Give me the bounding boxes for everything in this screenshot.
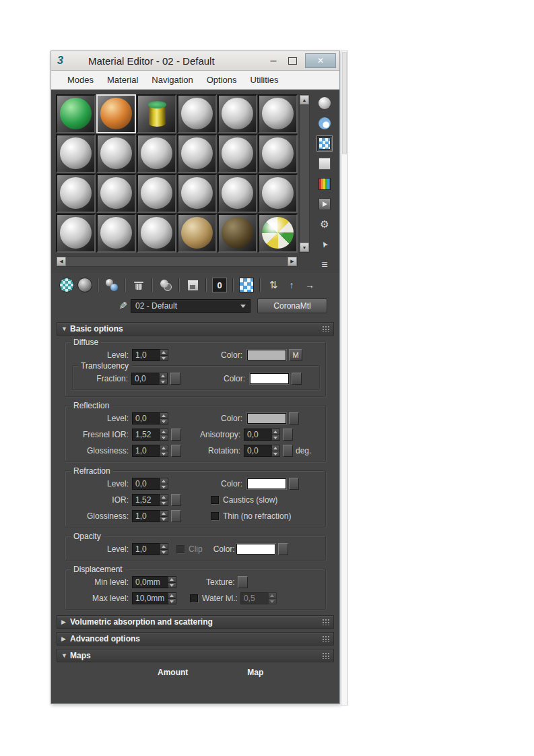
sample-hscrollbar[interactable]: ◀ ▶ bbox=[56, 256, 298, 267]
sample-slot-17[interactable] bbox=[218, 174, 257, 213]
menu-options[interactable]: Options bbox=[200, 75, 244, 85]
sample-uv-tiling-icon[interactable] bbox=[316, 156, 333, 172]
opacity-color-map-button[interactable] bbox=[278, 543, 288, 555]
video-color-check-icon[interactable] bbox=[316, 176, 333, 192]
show-end-result-icon[interactable]: ⇅ bbox=[266, 278, 281, 292]
material-id-channel-icon[interactable]: 0 bbox=[212, 278, 227, 292]
sample-slot-11[interactable] bbox=[218, 134, 257, 173]
maximize-button[interactable] bbox=[286, 57, 298, 65]
menu-modes[interactable]: Modes bbox=[61, 75, 100, 85]
sample-slot-22[interactable] bbox=[177, 214, 217, 253]
scroll-right-button[interactable]: ▶ bbox=[288, 257, 297, 266]
spinner-arrows-icon[interactable] bbox=[160, 429, 168, 441]
refraction-color-swatch[interactable] bbox=[247, 478, 286, 489]
sample-slot-13[interactable] bbox=[56, 174, 96, 213]
rotation-spinner[interactable]: 0,0 bbox=[244, 445, 280, 457]
scroll-down-button[interactable]: ▼ bbox=[300, 243, 309, 252]
sample-slot-5[interactable] bbox=[218, 94, 257, 133]
fresnel-ior-spinner[interactable]: 1,52 bbox=[132, 429, 168, 441]
anisotropy-map-button[interactable] bbox=[283, 429, 293, 441]
rollout-maps[interactable]: ▼ Maps bbox=[57, 649, 334, 662]
refraction-ior-map-button[interactable] bbox=[171, 494, 181, 506]
opacity-color-swatch[interactable] bbox=[236, 544, 275, 555]
displacement-max-spinner[interactable]: 10,0mm bbox=[132, 592, 176, 604]
spinner-arrows-icon[interactable] bbox=[271, 445, 280, 457]
spinner-arrows-icon[interactable] bbox=[160, 478, 168, 490]
translucency-color-map-button[interactable] bbox=[292, 373, 302, 385]
minimize-button[interactable]: – bbox=[267, 55, 279, 67]
show-map-in-viewport-icon[interactable] bbox=[239, 278, 254, 292]
sample-slot-4[interactable] bbox=[177, 94, 217, 133]
select-by-material-icon[interactable]: ➤ bbox=[316, 237, 333, 253]
sample-slot-7[interactable] bbox=[56, 134, 96, 173]
water-level-checkbox[interactable] bbox=[190, 594, 198, 602]
sample-slot-2[interactable] bbox=[96, 94, 136, 133]
reflection-glossiness-map-button[interactable] bbox=[171, 445, 181, 457]
reflection-color-map-button[interactable] bbox=[289, 412, 299, 424]
displacement-min-spinner[interactable]: 0,0mm bbox=[132, 576, 176, 588]
menu-utilities[interactable]: Utilities bbox=[244, 75, 286, 85]
refraction-color-map-button[interactable] bbox=[289, 478, 299, 490]
anisotropy-spinner[interactable]: 0,0 bbox=[244, 429, 280, 441]
sample-slot-18[interactable] bbox=[258, 174, 298, 213]
spinner-arrows-icon[interactable] bbox=[160, 510, 168, 522]
rollout-volumetric[interactable]: ▶ Volumetric absorption and scattering bbox=[57, 615, 334, 629]
assign-material-to-selection-icon[interactable] bbox=[104, 278, 119, 292]
sample-slot-15[interactable] bbox=[137, 174, 176, 213]
material-name-dropdown[interactable]: 02 - Default bbox=[131, 299, 251, 313]
sample-slot-16[interactable] bbox=[177, 174, 217, 213]
refraction-level-spinner[interactable]: 0,0 bbox=[132, 478, 168, 490]
sample-slot-19[interactable] bbox=[56, 214, 96, 253]
generate-preview-icon[interactable] bbox=[316, 196, 333, 212]
rollout-advanced-options[interactable]: ▶ Advanced options bbox=[57, 632, 334, 645]
reflection-color-swatch[interactable] bbox=[247, 413, 286, 424]
scroll-left-button[interactable]: ◀ bbox=[57, 257, 66, 266]
translucency-color-swatch[interactable] bbox=[250, 373, 289, 384]
menu-material[interactable]: Material bbox=[100, 75, 145, 85]
opacity-level-spinner[interactable]: 1,0 bbox=[132, 543, 168, 555]
water-level-spinner[interactable]: 0,5 bbox=[240, 592, 277, 604]
spinner-arrows-icon[interactable] bbox=[160, 412, 168, 424]
sample-slot-21[interactable] bbox=[137, 214, 176, 253]
spinner-arrows-icon[interactable] bbox=[160, 494, 168, 506]
fresnel-ior-map-button[interactable] bbox=[171, 429, 181, 441]
caustics-checkbox[interactable] bbox=[211, 496, 219, 504]
rollout-grip-icon[interactable] bbox=[322, 325, 330, 332]
rollout-grip-icon[interactable] bbox=[322, 619, 330, 625]
spinner-arrows-icon[interactable] bbox=[160, 543, 168, 555]
spinner-arrows-icon[interactable] bbox=[271, 429, 280, 441]
pick-material-eyedropper-icon[interactable]: ✎ bbox=[116, 299, 131, 313]
reset-material-icon[interactable] bbox=[131, 278, 146, 292]
translucency-fraction-spinner[interactable]: 0,0 bbox=[131, 373, 168, 385]
refraction-glossiness-map-button[interactable] bbox=[171, 510, 181, 522]
close-button[interactable]: ✕ bbox=[305, 53, 336, 68]
sample-slot-9[interactable] bbox=[137, 134, 176, 173]
material-map-navigator-icon[interactable]: ≡ bbox=[316, 257, 333, 273]
spinner-arrows-icon[interactable] bbox=[160, 445, 168, 457]
sample-slot-3[interactable] bbox=[137, 94, 176, 133]
sample-slot-10[interactable] bbox=[177, 134, 217, 173]
get-material-icon[interactable] bbox=[59, 278, 74, 292]
sample-slot-23[interactable] bbox=[218, 214, 257, 253]
go-to-parent-icon[interactable]: ↑ bbox=[284, 278, 299, 292]
panel-scrollbar[interactable] bbox=[341, 51, 348, 705]
spinner-arrows-icon[interactable] bbox=[160, 349, 168, 361]
sample-slot-12[interactable] bbox=[258, 134, 298, 173]
spinner-arrows-icon[interactable] bbox=[168, 576, 176, 588]
diffuse-color-swatch[interactable] bbox=[247, 350, 286, 360]
panel-scrollbar-thumb[interactable] bbox=[342, 52, 347, 154]
translucency-fraction-map-button[interactable] bbox=[170, 373, 180, 385]
rollout-grip-icon[interactable] bbox=[322, 635, 330, 642]
diffuse-level-spinner[interactable]: 1,0 bbox=[132, 349, 168, 361]
displacement-texture-map-button[interactable] bbox=[238, 576, 248, 588]
go-forward-to-sibling-icon[interactable]: → bbox=[302, 278, 317, 292]
scroll-up-button[interactable]: ▲ bbox=[300, 95, 309, 104]
rollout-grip-icon[interactable] bbox=[322, 652, 330, 659]
rollout-basic-options[interactable]: ▼ Basic options bbox=[57, 322, 334, 336]
sample-slot-20[interactable] bbox=[96, 214, 136, 253]
put-to-library-icon[interactable] bbox=[185, 278, 200, 292]
sample-slot-14[interactable] bbox=[96, 174, 136, 213]
clip-checkbox[interactable] bbox=[176, 545, 185, 553]
material-type-button[interactable]: CoronaMtl bbox=[257, 298, 327, 313]
put-material-to-scene-icon[interactable] bbox=[77, 278, 92, 292]
